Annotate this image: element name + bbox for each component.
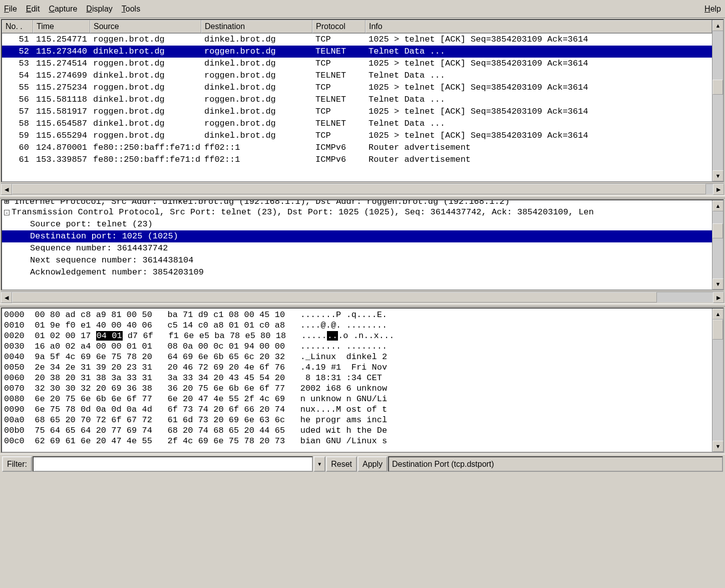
status-field: Destination Port (tcp.dstport) (388, 456, 723, 472)
table-row[interactable]: 56115.581118dinkel.brot.dgroggen.brot.dg… (2, 94, 712, 106)
table-row[interactable]: 59115.655294roggen.brot.dgdinkel.brot.dg… (2, 130, 712, 142)
hex-dump-pane: 0000 00 80 ad c8 a9 81 00 50 ba 71 d9 c1… (1, 308, 724, 453)
details-vscroll[interactable]: ▲ ▼ (712, 200, 723, 289)
hex-vscroll[interactable]: ▲ ▼ (712, 309, 723, 452)
hex-line[interactable]: 00c0 62 69 61 6e 20 47 4e 55 2f 4c 69 6e… (4, 436, 710, 446)
hex-line[interactable]: 0050 2e 34 2e 31 39 20 23 31 20 46 72 69… (4, 362, 710, 373)
filter-input[interactable] (33, 456, 313, 472)
hex-line[interactable]: 0070 32 30 30 32 20 69 36 38 36 20 75 6e… (4, 383, 710, 394)
hex-line[interactable]: 0010 01 9e f0 e1 40 00 40 06 c5 14 c0 a8… (4, 320, 710, 331)
filter-dropdown-icon[interactable]: ▼ (313, 456, 325, 472)
hex-line[interactable]: 0080 6e 20 75 6e 6b 6e 6f 77 6e 20 47 4e… (4, 394, 710, 404)
table-row[interactable]: 57115.581917roggen.brot.dgdinkel.brot.dg… (2, 106, 712, 118)
tree-item-ip[interactable]: ⊞ Internet Protocol, Src Addr: dinkel.br… (2, 200, 712, 206)
packet-list-body[interactable]: 51115.254771roggen.brot.dgdinkel.brot.dg… (2, 34, 712, 181)
scroll-up-icon[interactable]: ▲ (712, 200, 723, 211)
col-header-destination[interactable]: Destination (201, 20, 312, 33)
scroll-down-icon[interactable]: ▼ (712, 278, 723, 289)
scroll-up-icon[interactable]: ▲ (712, 309, 723, 320)
col-header-info[interactable]: Info (366, 20, 712, 33)
hex-line[interactable]: 00b0 75 64 65 64 20 77 69 74 68 20 74 68… (4, 425, 710, 436)
table-row[interactable]: 61153.339857fe80::250:baff:fe71:dff02::1… (2, 154, 712, 166)
tree-item-src-port[interactable]: Source port: telnet (23) (2, 218, 712, 230)
hex-line[interactable]: 0020 01 02 00 17 04 01 d7 6f f1 6e e5 ba… (4, 331, 710, 341)
filter-label-button[interactable]: Filter: (2, 456, 32, 472)
menubar: File Edit Capture Display Tools Help (0, 0, 725, 18)
col-header-time[interactable]: Time (33, 20, 90, 33)
hex-line[interactable]: 0000 00 80 ad c8 a9 81 00 50 ba 71 d9 c1… (4, 310, 710, 320)
tree-item-dst-port[interactable]: Destination port: 1025 (1025) (2, 230, 712, 242)
pane-divider[interactable] (0, 304, 725, 307)
tree-collapse-icon[interactable]: - (4, 210, 10, 215)
pane-divider[interactable] (0, 195, 725, 198)
scroll-left-icon[interactable]: ◀ (1, 184, 12, 195)
tree-item-seq[interactable]: Sequence number: 3614437742 (2, 242, 712, 254)
packet-details-pane: ⊞ Internet Protocol, Src Addr: dinkel.br… (1, 199, 724, 290)
hex-line[interactable]: 0040 9a 5f 4c 69 6e 75 78 20 64 69 6e 6b… (4, 352, 710, 362)
packet-details-body[interactable]: ⊞ Internet Protocol, Src Addr: dinkel.br… (2, 200, 712, 289)
hex-line[interactable]: 0090 6e 75 78 0d 0a 0d 0a 4d 6f 73 74 20… (4, 404, 710, 415)
table-row[interactable]: 52115.273440dinkel.brot.dgroggen.brot.dg… (2, 46, 712, 58)
menu-file[interactable]: File (4, 5, 17, 14)
hex-line[interactable]: 0030 16 a0 02 a4 00 00 01 01 08 0a 00 0c… (4, 341, 710, 352)
reset-button[interactable]: Reset (326, 456, 357, 472)
scroll-left-icon[interactable]: ◀ (1, 292, 12, 303)
hex-line[interactable]: 00a0 68 65 20 70 72 6f 67 72 61 6d 73 20… (4, 415, 710, 425)
col-header-source[interactable]: Source (90, 20, 201, 33)
menu-edit[interactable]: Edit (26, 5, 40, 14)
details-hscroll[interactable]: ◀ ▶ (1, 291, 724, 303)
table-row[interactable]: 54115.274699dinkel.brot.dgroggen.brot.dg… (2, 70, 712, 82)
scroll-right-icon[interactable]: ▶ (713, 292, 724, 303)
scroll-up-icon[interactable]: ▲ (712, 20, 723, 31)
tree-item-next-seq[interactable]: Next sequence number: 3614438104 (2, 254, 712, 266)
scroll-down-icon[interactable]: ▼ (712, 441, 723, 452)
hex-dump-body[interactable]: 0000 00 80 ad c8 a9 81 00 50 ba 71 d9 c1… (2, 309, 712, 452)
filter-bar: Filter: ▼ Reset Apply Destination Port (… (0, 454, 725, 474)
table-row[interactable]: 60124.870001fe80::250:baff:fe71:dff02::1… (2, 142, 712, 154)
hex-line[interactable]: 0060 20 38 20 31 38 3a 33 31 3a 33 34 20… (4, 373, 710, 383)
table-row[interactable]: 51115.254771roggen.brot.dgdinkel.brot.dg… (2, 34, 712, 46)
table-row[interactable]: 53115.274514roggen.brot.dgdinkel.brot.dg… (2, 58, 712, 70)
packet-list-vscroll[interactable]: ▲ ▼ (712, 20, 723, 181)
table-row[interactable]: 55115.275234roggen.brot.dgdinkel.brot.dg… (2, 82, 712, 94)
menu-display[interactable]: Display (86, 5, 112, 14)
packet-list-header: No. . Time Source Destination Protocol I… (2, 20, 712, 34)
col-header-protocol[interactable]: Protocol (312, 20, 366, 33)
apply-button[interactable]: Apply (357, 456, 388, 472)
menu-tools[interactable]: Tools (122, 5, 140, 14)
menu-help[interactable]: Help (704, 5, 721, 14)
menu-capture[interactable]: Capture (49, 5, 77, 14)
scroll-down-icon[interactable]: ▼ (712, 170, 723, 181)
packet-list-hscroll[interactable]: ◀ ▶ (1, 183, 724, 194)
col-header-no[interactable]: No. . (2, 20, 33, 33)
packet-list-pane: No. . Time Source Destination Protocol I… (1, 19, 724, 182)
scroll-right-icon[interactable]: ▶ (713, 184, 724, 195)
table-row[interactable]: 58115.654587dinkel.brot.dgroggen.brot.dg… (2, 118, 712, 130)
tree-item-ack[interactable]: Acknowledgement number: 3854203109 (2, 266, 712, 278)
tree-item-tcp[interactable]: -Transmission Control Protocol, Src Port… (2, 206, 712, 218)
